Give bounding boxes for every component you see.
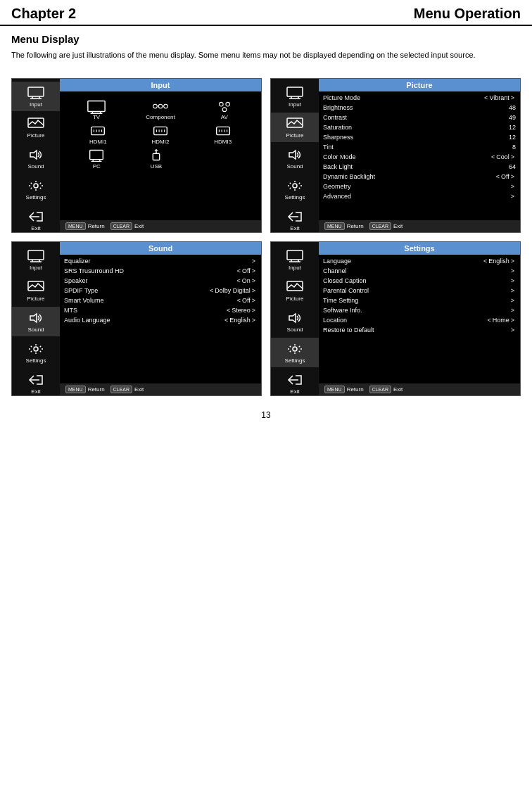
menu-icon-p: MENU: [324, 222, 345, 230]
sidebar-item-sound-s[interactable]: Sound: [12, 307, 60, 336]
sidebar-item-input[interactable]: Input: [12, 82, 60, 111]
input-hdmi3[interactable]: HDMI3: [213, 123, 233, 145]
input-component[interactable]: Component: [146, 99, 175, 120]
settings-icon-s: [26, 341, 46, 357]
picture-row-mode[interactable]: Picture Mode<Vibrant>: [322, 93, 517, 103]
settings-row-restore[interactable]: Restore to Default>: [322, 325, 517, 335]
settings-icon-p: [285, 178, 305, 193]
settings-menu-return-btn: MENU Return: [324, 386, 364, 393]
sidebar-item-input-s[interactable]: Input: [12, 245, 60, 274]
sidebar-item-sound-p[interactable]: Sound: [271, 144, 319, 173]
picture-row-sharpness[interactable]: Sharpness12: [322, 132, 517, 142]
sidebar-item-picture-s[interactable]: Picture: [12, 276, 60, 305]
settings-row-time[interactable]: Time Setting>: [322, 296, 517, 305]
picture-row-saturation[interactable]: Saturation12: [322, 122, 517, 132]
svg-rect-8: [88, 101, 105, 111]
settings-row-parental[interactable]: Parental Control>: [322, 286, 517, 296]
input-usb[interactable]: USB: [146, 148, 166, 170]
svg-point-12: [153, 104, 158, 108]
picture-icon-st: [285, 279, 305, 295]
svg-point-62: [293, 347, 297, 351]
exit-icon-s: [26, 372, 46, 388]
return-label-s: Return: [88, 386, 105, 393]
sound-row-audiolang[interactable]: Audio Language<English>: [63, 315, 258, 325]
sidebar-label-settings-s: Settings: [26, 357, 46, 364]
exit-label-p: Exit: [393, 223, 403, 229]
hdmi2-icon: [151, 123, 170, 139]
picture-row-advanced[interactable]: Advanced>: [322, 191, 517, 201]
sidebar-item-exit-s[interactable]: Exit: [12, 369, 60, 398]
settings-row-cc[interactable]: Closed Caption>: [322, 276, 517, 286]
sidebar-item-sound[interactable]: Sound: [12, 144, 60, 173]
section-heading: Menu Display: [11, 33, 521, 45]
sidebar-item-input-st[interactable]: Input: [271, 245, 319, 274]
svg-point-15: [219, 102, 223, 106]
input-pc[interactable]: PC: [87, 148, 106, 170]
hdmi1-icon: [88, 123, 108, 139]
svg-rect-37: [153, 153, 159, 160]
settings-menu-title: Settings: [319, 242, 520, 255]
sound-icon-st: [285, 310, 305, 326]
sidebar-label-sound-p: Sound: [286, 163, 303, 170]
sidebar-item-sound-st[interactable]: Sound: [271, 307, 319, 336]
settings-menu-bottom: MENU Return CLEAR Exit: [319, 383, 520, 395]
sidebar-item-settings-p[interactable]: Settings: [271, 174, 319, 204]
av-icon: [215, 99, 234, 114]
settings-sidebar: Input Picture Sound Settings: [271, 242, 319, 395]
sidebar-item-exit-p[interactable]: Exit: [271, 205, 319, 235]
input-av[interactable]: AV: [215, 99, 234, 120]
sidebar-item-picture-st[interactable]: Picture: [271, 276, 319, 305]
usb-icon: [146, 148, 166, 163]
sidebar-item-picture-p[interactable]: Picture: [271, 113, 319, 142]
sidebar-item-picture[interactable]: Picture: [12, 113, 60, 142]
exit-label: Exit: [134, 223, 144, 229]
sound-row-smartvol[interactable]: Smart Volume<Off>: [63, 296, 258, 305]
settings-menu-body: Language<English> Channel> Closed Captio…: [319, 255, 520, 383]
input-hdmi2[interactable]: HDMI2: [151, 123, 170, 145]
sound-row-speaker[interactable]: Speaker<On>: [63, 276, 258, 286]
menu-icon-st: MENU: [324, 386, 345, 393]
sound-icon: [26, 147, 46, 163]
svg-marker-45: [289, 151, 296, 159]
sound-row-mts[interactable]: MTS<Stereo>: [63, 305, 258, 315]
picture-row-brightness[interactable]: Brightness48: [322, 103, 517, 113]
sidebar-label-picture: Picture: [27, 132, 45, 139]
settings-row-software[interactable]: Software Info.>: [322, 305, 517, 315]
page-number: 13: [0, 396, 532, 427]
clear-icon-st: CLEAR: [369, 386, 391, 393]
sound-row-srs[interactable]: SRS Trusurround HD<Off>: [63, 266, 258, 276]
settings-icon-st: [285, 341, 305, 357]
exit-icon: [26, 209, 46, 224]
sidebar-item-settings[interactable]: Settings: [12, 174, 60, 204]
picture-menu-return-btn: MENU Return: [324, 222, 364, 230]
picture-row-tint[interactable]: Tint8: [322, 142, 517, 152]
picture-row-backlight[interactable]: Back Light64: [322, 162, 517, 172]
sidebar-item-exit[interactable]: Exit: [12, 205, 60, 235]
sound-row-spdif[interactable]: SPDIF Type<Dolby Digital>: [63, 286, 258, 296]
sidebar-item-settings-st[interactable]: Settings: [271, 338, 319, 367]
sidebar-item-exit-st[interactable]: Exit: [271, 369, 319, 398]
picture-row-colormode[interactable]: Color Mode<Cool>: [322, 152, 517, 162]
sound-sidebar: Input Picture Sound Settings: [12, 242, 60, 395]
picture-row-contrast[interactable]: Contrast49: [322, 113, 517, 122]
settings-row-language[interactable]: Language<English>: [322, 256, 517, 266]
sound-row-equalizer[interactable]: Equalizer>: [63, 256, 258, 266]
svg-rect-56: [287, 250, 303, 260]
settings-menu-content: Settings Language<English> Channel> Clos…: [319, 242, 520, 395]
clear-icon: CLEAR: [110, 222, 132, 230]
picture-row-geometry[interactable]: Geometry>: [322, 182, 517, 191]
picture-row-dynamic[interactable]: Dynamic Backlight<Off>: [322, 172, 517, 182]
sidebar-label-sound: Sound: [27, 163, 44, 170]
tv-icon: [87, 99, 106, 114]
settings-row-location[interactable]: Location<Home>: [322, 315, 517, 325]
sidebar-label-input-st: Input: [289, 265, 301, 271]
exit-label-st: Exit: [393, 386, 403, 393]
picture-icon-p: [285, 116, 305, 132]
settings-row-channel[interactable]: Channel>: [322, 266, 517, 276]
sidebar-label-sound-st: Sound: [286, 326, 303, 333]
input-tv[interactable]: TV: [87, 99, 106, 120]
sidebar-item-input-p[interactable]: Input: [271, 82, 319, 111]
sidebar-label-picture-st: Picture: [286, 296, 304, 302]
input-hdmi1[interactable]: HDMI1: [88, 123, 108, 145]
sidebar-item-settings-s[interactable]: Settings: [12, 338, 60, 367]
